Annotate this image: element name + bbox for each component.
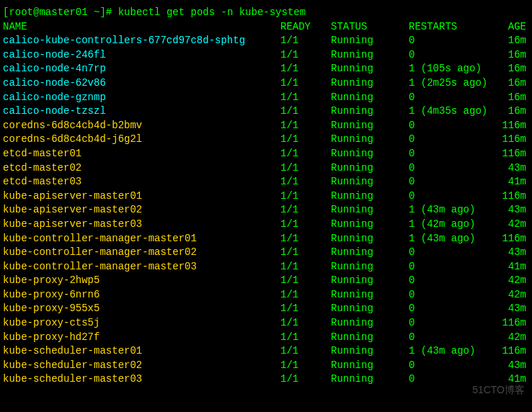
pod-status: Running [331,62,409,76]
pod-age: 43m [501,302,529,316]
pod-restarts: 1 (42m ago) [409,218,501,232]
pod-status: Running [331,246,409,260]
table-row: coredns-6d8c4cb4d-j6g2l1/1Running0116m [3,133,529,147]
pod-restarts: 1 (2m25s ago) [409,76,501,91]
pod-age: 43m [501,359,529,373]
pod-ready: 1/1 [280,147,331,161]
pod-age: 42m [501,331,529,345]
pod-restarts: 0 [409,147,501,161]
pod-ready: 1/1 [280,274,331,288]
header-ready: READY [280,20,331,35]
pod-name: calico-node-246fl [3,48,280,63]
pod-name: calico-kube-controllers-677cd97c8d-sphtg [3,34,280,48]
table-row: kube-proxy-cts5j1/1Running0116m [3,316,529,331]
pod-age: 116m [501,133,529,147]
pod-age: 16m [501,62,529,76]
pod-status: Running [331,331,409,345]
pod-status: Running [331,104,409,119]
table-row: calico-node-4n7rp1/1Running1 (105s ago)1… [3,62,529,76]
shell-prompt[interactable]: [root@master01 ~]# kubectl get pods -n k… [3,6,529,20]
pod-ready: 1/1 [280,359,331,373]
table-row: kube-scheduler-master011/1Running1 (43m … [3,344,529,359]
pod-name: etcd-master02 [3,161,280,176]
pod-restarts: 1 (4m35s ago) [409,104,501,119]
pod-age: 16m [501,48,529,63]
pod-restarts: 0 [409,316,501,331]
pod-age: 116m [501,232,529,246]
header-age: AGE [501,20,529,35]
watermark: 51CTO博客 [472,383,525,398]
pod-restarts: 1 (43m ago) [409,344,501,359]
pod-restarts: 0 [409,260,501,274]
pod-restarts: 0 [409,48,501,63]
table-row: etcd-master021/1Running043m [3,161,529,176]
pod-age: 116m [501,344,529,359]
pod-status: Running [331,274,409,288]
table-row: calico-kube-controllers-677cd97c8d-sphtg… [3,34,529,48]
pod-name: kube-apiserver-master01 [3,189,280,204]
pod-name: kube-controller-manager-master01 [3,232,280,246]
pod-status: Running [331,76,409,91]
pod-status: Running [331,302,409,316]
pod-restarts: 1 (43m ago) [409,232,501,246]
pod-age: 16m [501,91,529,105]
pod-status: Running [331,260,409,274]
pod-name: kube-proxy-6nrn6 [3,288,280,303]
pod-status: Running [331,344,409,359]
pod-status: Running [331,133,409,147]
table-row: kube-scheduler-master021/1Running043m [3,359,529,373]
pod-ready: 1/1 [280,246,331,260]
header-name: NAME [3,20,280,35]
pod-name: etcd-master03 [3,175,280,189]
pod-name: calico-node-4n7rp [3,62,280,76]
pod-restarts: 1 (43m ago) [409,203,501,218]
pod-restarts: 0 [409,91,501,105]
table-row: kube-controller-manager-master021/1Runni… [3,246,529,260]
pod-restarts: 1 (105s ago) [409,62,501,76]
pod-ready: 1/1 [280,133,331,147]
pod-status: Running [331,48,409,63]
table-row: calico-node-gznmp1/1Running016m [3,91,529,105]
pod-age: 16m [501,34,529,48]
pod-name: kube-scheduler-master02 [3,359,280,373]
pod-name: coredns-6d8c4cb4d-b2bmv [3,119,280,133]
table-row: etcd-master031/1Running041m [3,175,529,189]
pod-name: kube-proxy-cts5j [3,316,280,331]
pod-age: 16m [501,104,529,119]
pod-ready: 1/1 [280,372,331,387]
pod-age: 43m [501,246,529,260]
table-row: calico-node-62v861/1Running1 (2m25s ago)… [3,76,529,91]
pod-age: 116m [501,147,529,161]
pod-restarts: 0 [409,34,501,48]
pod-age: 16m [501,76,529,91]
pod-list: calico-kube-controllers-677cd97c8d-sphtg… [3,34,529,387]
pod-status: Running [331,359,409,373]
pod-age: 116m [501,189,529,204]
pod-ready: 1/1 [280,104,331,119]
table-row: calico-node-246fl1/1Running016m [3,48,529,63]
pod-ready: 1/1 [280,175,331,189]
pod-name: calico-node-tzszl [3,104,280,119]
pod-ready: 1/1 [280,161,331,176]
table-row: etcd-master011/1Running0116m [3,147,529,161]
pod-name: kube-controller-manager-master03 [3,260,280,274]
pod-status: Running [331,175,409,189]
table-row: kube-scheduler-master031/1Running041m [3,372,529,387]
table-row: kube-apiserver-master031/1Running1 (42m … [3,218,529,232]
pod-status: Running [331,91,409,105]
pod-status: Running [331,34,409,48]
pod-age: 116m [501,119,529,133]
table-row: coredns-6d8c4cb4d-b2bmv1/1Running0116m [3,119,529,133]
pod-age: 116m [501,316,529,331]
pod-status: Running [331,372,409,387]
pod-ready: 1/1 [280,62,331,76]
pod-ready: 1/1 [280,48,331,63]
pod-age: 42m [501,274,529,288]
pod-ready: 1/1 [280,203,331,218]
pod-name: kube-controller-manager-master02 [3,246,280,260]
header-status: STATUS [331,20,409,35]
pod-name: kube-scheduler-master03 [3,372,280,387]
pod-ready: 1/1 [280,91,331,105]
table-row: kube-controller-manager-master011/1Runni… [3,232,529,246]
header-restarts: RESTARTS [409,20,501,35]
